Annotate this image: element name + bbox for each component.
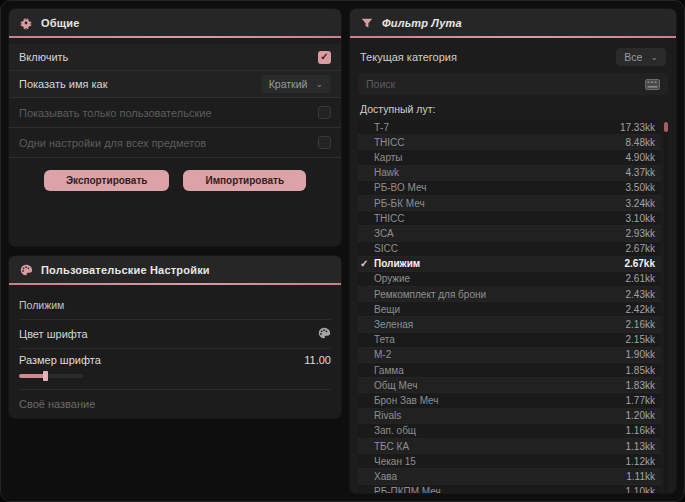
loot-item-value: 3.50kk: [626, 182, 655, 193]
loot-scrollbar[interactable]: [664, 120, 668, 493]
loot-item-row[interactable]: ✓ Карты 4.90kk: [358, 150, 661, 165]
loot-item-value: 1.20kk: [626, 410, 655, 421]
delete-row: Удалить: [19, 412, 331, 418]
font-color-row[interactable]: Цвет шрифта: [19, 319, 331, 348]
loot-item-row[interactable]: ✓ Тета 2.15kk: [358, 333, 661, 348]
loot-item-name: Хава: [374, 471, 397, 482]
keyboard-icon[interactable]: [645, 79, 660, 90]
loot-item-value: 1.90kk: [626, 349, 655, 360]
category-label: Текущая категория: [360, 51, 457, 63]
loot-item-row[interactable]: ✓ Чекан 15 1.12kk: [358, 454, 661, 469]
general-panel-title: Общие: [41, 17, 80, 29]
category-dropdown[interactable]: Все ⌄: [616, 48, 666, 66]
custom-settings-header: Пользовательские Настройки: [9, 256, 341, 283]
show-name-value: Краткий: [269, 78, 308, 90]
loot-filter-header: Фильтр Лута: [350, 9, 676, 36]
loot-item-name: Тета: [374, 334, 395, 345]
font-size-slider[interactable]: [19, 370, 83, 381]
mod-settings-window: Общие Включить ✓ Показать имя как Кратки…: [0, 0, 685, 502]
font-size-label: Размер шрифта: [19, 354, 101, 366]
search-placeholder: Поиск: [366, 78, 395, 90]
enable-checkbox[interactable]: ✓: [318, 51, 331, 64]
loot-item-name: Ремкомплект для брони: [374, 289, 486, 300]
loot-filter-title: Фильтр Лута: [382, 17, 462, 29]
loot-item-row[interactable]: ✓ Зап. общ 1.16kk: [358, 424, 661, 439]
loot-item-row[interactable]: ✓ Т-7 17.33kk: [358, 120, 661, 135]
loot-item-row[interactable]: ✓ РБ-ВО Меч 3.50kk: [358, 181, 661, 196]
only-custom-label: Показывать только пользовательские: [19, 107, 212, 119]
custom-settings-title: Пользовательские Настройки: [41, 264, 210, 276]
loot-item-value: 4.90kk: [626, 152, 655, 163]
loot-item-row[interactable]: ✓ ТБС КА 1.13kk: [358, 439, 661, 454]
loot-item-value: 4.37kk: [626, 167, 655, 178]
loot-item-row[interactable]: ✓ Ремкомплект для брони 2.43kk: [358, 287, 661, 302]
loot-item-value: 2.67kk: [624, 258, 655, 269]
loot-item-name: РБ-БК Меч: [374, 198, 425, 209]
loot-item-value: 2.42kk: [626, 304, 655, 315]
loot-item-name: Полижим: [374, 258, 420, 269]
same-settings-row[interactable]: Одни настройки для всех предметов: [9, 128, 341, 158]
scrollbar-thumb[interactable]: [664, 122, 668, 132]
loot-item-name: ЗСА: [374, 228, 394, 239]
loot-item-row[interactable]: ✓ РБ-ПКПМ Меч 1.10kk: [358, 485, 661, 494]
loot-item-value: 3.10kk: [626, 213, 655, 224]
loot-item-name: Чекан 15: [374, 456, 416, 467]
export-button[interactable]: Экспортировать: [44, 170, 170, 191]
loot-item-value: 1.85kk: [626, 365, 655, 376]
loot-item-value: 2.67kk: [626, 243, 655, 254]
font-color-label: Цвет шрифта: [19, 328, 88, 340]
enable-row[interactable]: Включить ✓: [9, 44, 341, 71]
loot-item-name: РБ-ВО Меч: [374, 182, 426, 193]
loot-item-row[interactable]: ✓ Вещи 2.42kk: [358, 302, 661, 317]
loot-item-name: Карты: [374, 152, 403, 163]
chevron-down-icon: ⌄: [315, 79, 323, 89]
loot-item-row[interactable]: ✓ THICC 3.10kk: [358, 211, 661, 226]
loot-item-row[interactable]: ✓ Hawk 4.37kk: [358, 166, 661, 181]
loot-item-value: 1.12kk: [626, 456, 655, 467]
loot-item-value: 17.33kk: [620, 122, 655, 133]
loot-item-name: РБ-ПКПМ Меч: [374, 486, 441, 493]
only-custom-checkbox[interactable]: [318, 106, 331, 119]
loot-item-value: 1.77kk: [626, 395, 655, 406]
loot-item-name: Hawk: [374, 167, 399, 178]
loot-item-row[interactable]: ✓ Гамма 1.85kk: [358, 363, 661, 378]
general-panel-header: Общие: [9, 9, 341, 36]
loot-item-name: Зап. общ: [374, 425, 416, 436]
loot-item-value: 2.15kk: [626, 334, 655, 345]
only-custom-row[interactable]: Показывать только пользовательские: [9, 98, 341, 128]
font-size-block: Размер шрифта 11.00: [19, 348, 331, 389]
loot-item-name: Оружие: [374, 273, 410, 284]
chevron-down-icon: ⌄: [650, 52, 658, 62]
loot-item-row[interactable]: ✓ ЗСА 2.93kk: [358, 226, 661, 241]
selected-item-name: Полижим: [19, 293, 331, 319]
loot-item-row[interactable]: ✓ РБ-БК Меч 3.24kk: [358, 196, 661, 211]
loot-item-value: 2.61kk: [626, 273, 655, 284]
same-settings-checkbox[interactable]: [318, 136, 331, 149]
search-box[interactable]: Поиск: [358, 73, 668, 95]
left-column: Общие Включить ✓ Показать имя как Кратки…: [9, 9, 341, 493]
loot-item-row[interactable]: ✓ Хава 1.11kk: [358, 469, 661, 484]
import-button[interactable]: Импортировать: [183, 170, 306, 191]
custom-name-input[interactable]: Своё название: [19, 389, 331, 412]
slider-fill: [19, 374, 45, 378]
loot-item-name: Зеленая: [374, 319, 413, 330]
loot-item-row[interactable]: ✓ Оружие 2.61kk: [358, 272, 661, 287]
loot-item-row[interactable]: ✓ Брон Зав Меч 1.77kk: [358, 393, 661, 408]
check-icon: ✓: [360, 258, 368, 269]
show-name-dropdown[interactable]: Краткий ⌄: [261, 75, 331, 93]
loot-item-row[interactable]: ✓ Зеленая 2.16kk: [358, 317, 661, 332]
loot-item-name: SICC: [374, 243, 398, 254]
loot-item-row[interactable]: ✓ THICC 8.48kk: [358, 135, 661, 150]
slider-handle[interactable]: [43, 371, 48, 381]
category-row: Текущая категория Все ⌄: [358, 44, 668, 73]
loot-item-value: 2.43kk: [626, 289, 655, 300]
loot-item-row[interactable]: ✓ SICC 2.67kk: [358, 242, 661, 257]
loot-item-value: 3.24kk: [626, 198, 655, 209]
loot-item-row[interactable]: ✓ Rivals 1.20kk: [358, 409, 661, 424]
loot-item-row[interactable]: ✓ М-2 1.90kk: [358, 348, 661, 363]
right-column: Фильтр Лута Текущая категория Все ⌄ Поис…: [350, 9, 676, 493]
color-palette-icon[interactable]: [317, 326, 331, 342]
loot-item-row[interactable]: ✓ Полижим 2.67kk: [358, 257, 661, 272]
enable-label: Включить: [19, 51, 68, 63]
loot-item-row[interactable]: ✓ Общ Меч 1.83kk: [358, 378, 661, 393]
